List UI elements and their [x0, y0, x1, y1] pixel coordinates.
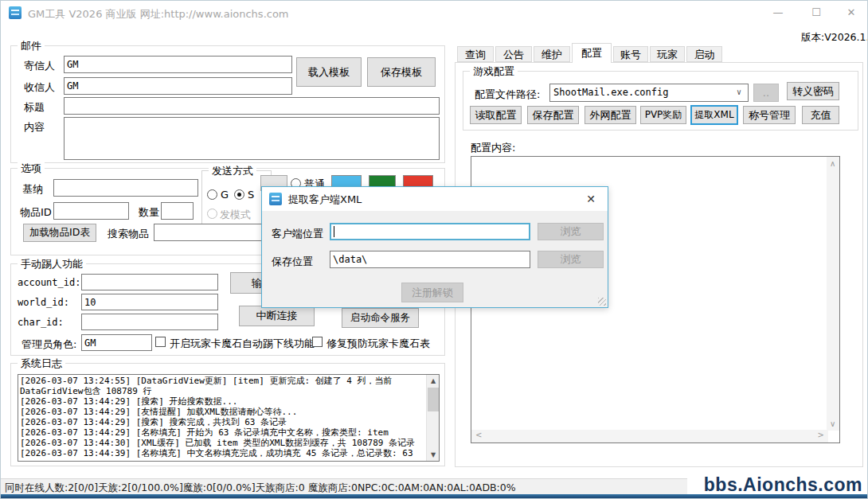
item-id-label: 物品ID: [20, 205, 52, 220]
read-config-button[interactable]: 读取配置: [470, 106, 522, 124]
recharge-button[interactable]: 充值: [802, 106, 839, 124]
scrollbar-thumb[interactable]: [428, 388, 439, 411]
minimize-button[interactable]: —: [765, 3, 791, 22]
extract-xml-button[interactable]: 提取XML: [690, 105, 738, 125]
disconnect-button[interactable]: 中断连接: [239, 306, 315, 326]
tab-announcement[interactable]: 公告: [495, 46, 532, 62]
log-line: [2026-03-07 13:44:29] [搜索] 搜索完成，共找到 63 条…: [20, 417, 424, 427]
radio-g[interactable]: [207, 189, 217, 200]
radio-s[interactable]: [234, 189, 244, 200]
mail-group: 邮件 寄信人 载入模板 保存模板 收信人 标题 内容: [10, 45, 445, 163]
save-location-input[interactable]: [330, 251, 530, 268]
version-label: 版本:V2026.1.16: [801, 31, 868, 45]
chevron-down-icon[interactable]: ∨: [732, 84, 746, 101]
config-hscrollbar[interactable]: < >: [471, 430, 828, 442]
config-path-label: 配置文件路径:: [475, 88, 540, 102]
account-id-label: account_id:: [18, 277, 80, 288]
game-config-group: 游戏配置 配置文件路径: ShootMail.exe.config ∨ .. 转…: [463, 71, 858, 131]
account-id-input[interactable]: [81, 274, 218, 290]
sender-label: 寄信人: [24, 59, 55, 73]
status-text: 同时在线人数:2[0/0]天族:2[0/100.0%]魔族:0[0/0.0%]天…: [5, 481, 516, 495]
syslog-textarea[interactable]: [2026-03-07 13:24:55] [DataGridView更新] […: [18, 374, 440, 462]
log-line: [2026-03-07 13:44:39] [名称填充] 中文名称填充完成，成功…: [20, 448, 424, 458]
auto-kick-checkbox[interactable]: [155, 337, 166, 347]
fix-table-checkbox[interactable]: [312, 337, 323, 347]
tab-player[interactable]: 玩家: [650, 46, 685, 62]
load-template-button[interactable]: 载入模板: [296, 57, 362, 87]
item-id-input[interactable]: [53, 202, 129, 220]
scroll-left-icon[interactable]: <: [475, 431, 482, 439]
world-id-input[interactable]: [81, 294, 218, 310]
browse-save-button[interactable]: 浏览: [538, 251, 604, 268]
kinah-label: 基纳: [22, 182, 43, 197]
register-unlock-button[interactable]: 注册解锁: [401, 283, 463, 302]
close-button[interactable]: ✕: [839, 3, 864, 22]
dialog-app-icon: [269, 193, 282, 205]
radio-fa-mode-label: 发模式: [220, 208, 251, 222]
log-line: [2026-03-07 13:44:30] [XML缓存] 已加载 item 类…: [20, 438, 424, 448]
syslog-group-label: 系统日志: [18, 357, 65, 371]
sender-input[interactable]: [64, 56, 292, 73]
char-id-input[interactable]: [81, 314, 218, 330]
subject-label: 标题: [24, 100, 45, 115]
extranet-config-button[interactable]: 外网配置: [585, 106, 636, 124]
scroll-down-icon[interactable]: ▼: [427, 449, 440, 461]
radio-s-label: S: [248, 189, 254, 201]
tab-maintenance[interactable]: 维护: [534, 46, 570, 62]
radio-g-label: G: [221, 189, 229, 201]
start-command-service-button[interactable]: 启动命令服务: [342, 308, 419, 328]
escape-password-button[interactable]: 转义密码: [787, 82, 839, 100]
send-mode-label: 发送方式: [209, 164, 256, 178]
recipient-input[interactable]: [64, 77, 292, 95]
extract-xml-dialog: 提取客户端XML ✕ 客户端位置 浏览 保存位置 浏览 注册解锁: [261, 186, 608, 308]
fix-table-checkbox-label: 修复预防玩家卡魔石表: [326, 337, 430, 351]
world-id-label: world_id:: [18, 297, 69, 308]
pvp-reward-button[interactable]: PVP奖励: [640, 106, 686, 124]
syslog-lines: [2026-03-07 13:24:55] [DataGridView更新] […: [20, 376, 424, 458]
title-bar: GM工具 V2026 商业版 网址:http://www.aionchs.com…: [1, 1, 867, 25]
resize-grip[interactable]: [598, 298, 606, 306]
save-config-button[interactable]: 保存配置: [527, 106, 579, 124]
tab-account[interactable]: 账号: [613, 46, 648, 62]
save-template-button[interactable]: 保存模板: [367, 57, 436, 87]
kinah-input[interactable]: [53, 179, 198, 197]
config-path-value: ShootMail.exe.config: [553, 87, 669, 98]
scroll-up-icon[interactable]: ▲: [427, 375, 440, 387]
watermark-logo: bbs.Aionchs.com: [704, 474, 862, 496]
mail-group-label: 邮件: [18, 39, 45, 53]
dialog-title-bar[interactable]: 提取客户端XML ✕: [262, 187, 608, 211]
title-management-button[interactable]: 称号管理: [743, 106, 796, 124]
content-label: 内容: [24, 120, 45, 134]
mail-content-textarea[interactable]: [64, 117, 440, 160]
tab-config[interactable]: 配置: [572, 43, 612, 63]
window-title: GM工具 V2026 商业版 网址:http://www.aionchs.com: [28, 7, 289, 21]
radio-fa-mode[interactable]: [207, 209, 217, 219]
kick-group-label: 手动踢人功能: [18, 257, 86, 271]
maximize-button[interactable]: ☐: [803, 3, 829, 22]
auto-kick-checkbox-label: 开启玩家卡魔石自动踢下线功能: [170, 337, 315, 351]
search-item-label: 搜索物品: [108, 227, 149, 241]
tab-start[interactable]: 启动: [686, 46, 722, 62]
subject-input[interactable]: [64, 97, 440, 115]
quantity-input[interactable]: [161, 202, 194, 220]
log-line: [2026-03-07 13:44:29] [友情提醒] 加载XML数据请耐心等…: [20, 407, 424, 417]
syslog-scrollbar[interactable]: ▲ ▼: [426, 375, 439, 461]
client-location-input[interactable]: [330, 223, 530, 240]
config-content-label: 配置内容:: [471, 141, 515, 155]
char-id-label: char_id:: [18, 317, 64, 328]
scroll-right-icon[interactable]: >: [818, 431, 824, 439]
syslog-group: 系统日志 [2026-03-07 13:24:55] [DataGridView…: [10, 363, 445, 466]
status-bar: 同时在线人数:2[0/0]天族:2[0/100.0%]魔族:0[0/0.0%]天…: [1, 478, 687, 496]
browse-client-button[interactable]: 浏览: [538, 223, 604, 240]
log-line: [2026-03-07 13:24:55] [DataGridView更新] […: [20, 376, 424, 396]
config-path-dropdown[interactable]: ShootMail.exe.config ∨: [549, 84, 749, 102]
dots-button[interactable]: ..: [753, 84, 779, 102]
scroll-down-icon[interactable]: ∨: [830, 419, 835, 428]
admin-role-input[interactable]: [81, 334, 152, 351]
load-item-table-button[interactable]: 加载物品ID表: [23, 224, 96, 242]
tab-query[interactable]: 查询: [457, 46, 494, 62]
config-vscrollbar[interactable]: ∧ ∨: [827, 157, 839, 431]
dialog-close-icon[interactable]: ✕: [581, 190, 601, 208]
save-location-label: 保存位置: [272, 255, 313, 269]
scroll-up-icon[interactable]: ∧: [830, 159, 835, 168]
